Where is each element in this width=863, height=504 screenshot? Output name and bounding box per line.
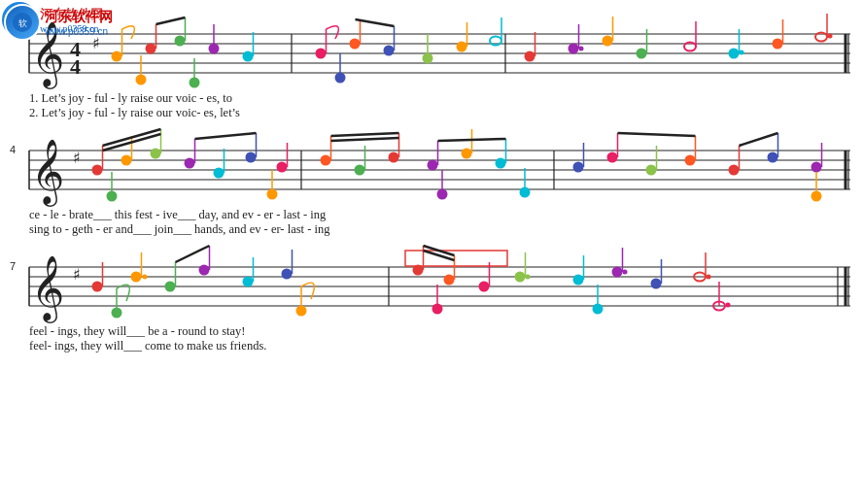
svg-point-26 [350, 39, 361, 50]
svg-point-158 [282, 269, 293, 280]
svg-point-17 [175, 36, 186, 47]
staff-section1: 𝄞 4 4 ♯ [29, 14, 850, 89]
svg-point-24 [316, 49, 327, 59]
watermark-overlay: 软 河东软件网 www.p0359.cn [4, 4, 113, 41]
svg-point-85 [214, 168, 224, 179]
site-link: www.p0359.cn [45, 26, 113, 37]
staff-section3: 7 𝄞 ♯ [10, 246, 850, 323]
svg-point-48 [729, 49, 740, 59]
lyrics-s1-l1: 1. Let’s joy - ful - ly raise our voic -… [29, 91, 232, 105]
svg-point-149 [143, 275, 148, 280]
svg-point-102 [462, 149, 472, 159]
svg-point-163 [444, 275, 455, 286]
staff-section2: 4 𝄞 ♯ [10, 129, 850, 207]
svg-point-167 [479, 282, 490, 292]
lyrics-s2-l1: ce - le - brate___ this fest - ive___ da… [29, 208, 327, 221]
svg-point-151 [165, 282, 176, 292]
svg-line-30 [356, 19, 395, 26]
svg-line-123 [618, 133, 696, 136]
svg-point-92 [321, 155, 331, 166]
svg-point-153 [199, 265, 210, 276]
svg-point-90 [277, 162, 288, 173]
svg-text:♯: ♯ [73, 266, 81, 283]
svg-point-126 [768, 152, 778, 163]
music-score: 𝄞 4 4 ♯ [0, 0, 863, 504]
svg-point-177 [651, 279, 662, 289]
svg-line-89 [195, 133, 257, 139]
svg-point-191 [726, 303, 731, 308]
svg-point-174 [612, 267, 623, 278]
svg-point-148 [131, 272, 142, 283]
lyrics-s1-l2: 2. Let’s joy - ful - ly raise our voic- … [29, 106, 240, 119]
svg-point-87 [246, 152, 257, 163]
svg-point-172 [573, 275, 584, 286]
svg-point-75 [92, 165, 103, 176]
svg-line-128 [740, 133, 778, 146]
svg-text:4: 4 [70, 54, 81, 79]
svg-point-28 [384, 46, 395, 56]
svg-point-119 [646, 165, 657, 176]
svg-point-104 [496, 158, 506, 169]
lyrics-s3-l2: feel- ings, they will___ come to make us… [29, 339, 266, 353]
logo-badge: 软 [4, 4, 41, 41]
svg-line-155 [176, 246, 210, 262]
svg-point-100 [428, 160, 438, 171]
svg-text:𝄞: 𝄞 [31, 139, 64, 207]
svg-point-169 [515, 272, 526, 283]
svg-point-33 [457, 42, 467, 52]
svg-point-146 [92, 282, 103, 292]
svg-line-98 [331, 133, 399, 136]
svg-text:软: 软 [18, 18, 27, 28]
svg-line-106 [438, 139, 506, 141]
svg-rect-160 [405, 251, 507, 266]
svg-point-83 [185, 158, 195, 169]
svg-line-19 [156, 17, 186, 24]
svg-point-94 [355, 165, 365, 176]
svg-point-124 [729, 165, 740, 176]
svg-text:♯: ♯ [73, 150, 81, 166]
site-details: 河东软件网 www.p0359.cn [45, 9, 113, 37]
svg-line-99 [331, 138, 399, 141]
svg-point-39 [569, 44, 579, 54]
svg-point-15 [146, 44, 156, 54]
svg-point-42 [603, 36, 613, 47]
svg-point-129 [811, 162, 822, 173]
svg-point-156 [243, 277, 254, 287]
svg-point-107 [573, 162, 584, 173]
svg-point-13 [112, 51, 122, 62]
svg-point-22 [243, 51, 254, 62]
svg-point-161 [413, 265, 424, 276]
svg-point-51 [773, 39, 783, 50]
lyrics-s2-l2: sing to - geth - er and___ join___ hands… [29, 222, 330, 236]
svg-text:𝄞: 𝄞 [31, 255, 64, 323]
lyrics-s3-l1: feel - ings, they will___ be a - round t… [29, 324, 246, 338]
svg-point-77 [121, 155, 132, 166]
svg-point-109 [607, 152, 618, 163]
svg-point-79 [151, 149, 161, 159]
svg-point-54 [828, 34, 833, 39]
svg-point-44 [637, 49, 647, 59]
svg-text:4: 4 [10, 144, 16, 155]
logo-svg: 软 [11, 11, 34, 34]
svg-text:7: 7 [10, 260, 16, 272]
svg-point-96 [389, 152, 399, 163]
svg-point-121 [685, 155, 696, 166]
site-title: 河东软件网 [45, 9, 113, 26]
svg-point-37 [525, 51, 535, 62]
svg-point-180 [707, 275, 711, 280]
svg-line-166 [424, 251, 455, 260]
